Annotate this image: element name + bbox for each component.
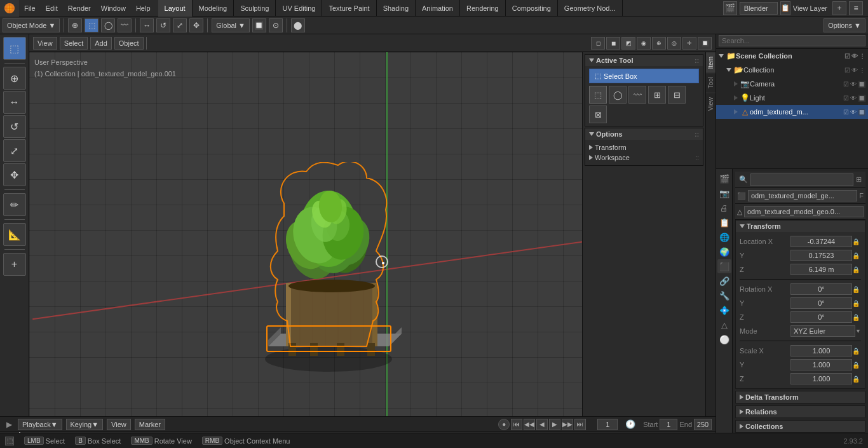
rotate-icon[interactable]: ↺ [156,18,170,32]
collections-header[interactable]: Collections [736,421,865,432]
mode-selector[interactable]: Object Mode ▼ [3,18,60,32]
location-x-lock[interactable]: 🔒 [852,238,861,245]
viewport-shading-solid[interactable]: ◼ [606,37,620,50]
object-name-field[interactable]: odm_textured_model_ge... [748,190,857,201]
coll-eye[interactable]: 👁 [851,67,858,74]
step-forward-btn[interactable]: ▶▶ [562,419,573,430]
rotation-y-lock[interactable]: 🔒 [852,300,861,307]
jump-start-btn[interactable]: ⏮ [511,419,522,430]
tool-grid-all[interactable]: ⊞ [648,86,666,104]
marker-btn[interactable]: Marker [135,419,165,430]
rotation-z-value[interactable]: 0° [790,311,852,323]
rotation-x-value[interactable]: 0° [790,283,852,295]
sc-checkbox[interactable]: ☑ [844,53,850,60]
select-lasso-icon[interactable]: 〰 [118,18,132,32]
start-frame-input[interactable]: 1 [660,419,677,430]
select-box-tool[interactable]: ⬚ [3,37,26,60]
settings-btn[interactable]: ≡ [849,1,863,15]
select-box-tool-btn[interactable]: ⬚ Select Box [589,69,699,83]
tab-layout[interactable]: Layout [158,0,193,17]
play-reverse-btn[interactable]: ◀ [536,419,548,430]
location-y-value[interactable]: 0.17523 [790,250,852,261]
scale-y-value[interactable]: 1.000 [790,359,852,370]
light-eye[interactable]: 👁 [850,95,857,102]
transform-tool[interactable]: ✥ [3,163,26,186]
tool-grid-select[interactable]: ⬚ [589,86,607,104]
prop-shader-icon[interactable]: 💠 [717,303,731,317]
step-back-btn[interactable]: ◀◀ [524,419,535,430]
options-header[interactable]: Options :: [585,128,703,140]
fake-user-icon[interactable]: F [859,192,864,200]
annotate-tool[interactable]: ✏ [3,193,26,216]
tool-grid-deselect[interactable]: ⊠ [589,105,607,123]
tab-tool[interactable]: Tool [706,72,715,92]
prop-constraint-icon[interactable]: 🔗 [717,274,731,288]
rotation-mode-select[interactable]: XYZ Euler [790,325,855,337]
jump-end-btn[interactable]: ⏭ [574,419,586,430]
select-box-icon[interactable]: ⬚ [85,18,98,32]
move-tool[interactable]: ↔ [3,91,26,114]
proportional-icon[interactable]: ⊙ [269,18,283,32]
light-render[interactable]: 🔲 [858,95,865,102]
scale-z-lock[interactable]: 🔒 [852,376,861,383]
global-selector[interactable]: Global ▼ [212,18,250,32]
prop-world-icon[interactable]: 🌍 [717,245,731,259]
light-checkbox[interactable]: ☑ [843,95,849,102]
object-menu-btn[interactable]: Object [114,37,144,50]
select-circle-icon[interactable]: ◯ [101,18,115,32]
cursor-tool[interactable]: ⊕ [3,67,26,90]
scale-x-value[interactable]: 1.000 [790,345,852,356]
prop-data-icon[interactable]: △ [717,318,731,332]
snap-icon[interactable]: 🔲 [252,18,266,32]
odm-checkbox[interactable]: ☑ [843,109,849,116]
scale-z-value[interactable]: 1.000 [790,373,852,384]
cursor-tool-icon[interactable]: ⊕ [68,18,82,32]
prop-scene2-icon[interactable]: 🌐 [717,230,731,244]
tab-compositing[interactable]: Compositing [506,0,558,17]
relations-header[interactable]: Relations [736,406,865,417]
measure-tool[interactable]: 📐 [3,223,26,246]
end-frame-input[interactable]: 250 [694,419,712,430]
viewport-gizmo[interactable]: ✛ [682,37,696,50]
tab-animation[interactable]: Animation [416,0,460,17]
tab-item[interactable]: Item [706,52,715,72]
tab-texture-paint[interactable]: Texture Paint [322,0,376,17]
tab-modeling[interactable]: Modeling [193,0,234,17]
location-y-lock[interactable]: 🔒 [852,252,861,259]
props-expand-icon[interactable]: ⊞ [856,175,862,184]
render-shading-icon[interactable]: ⬤ [291,18,305,32]
odm-eye[interactable]: 👁 [850,109,857,116]
prop-object-icon[interactable]: ⬛ [717,259,731,273]
tab-view[interactable]: View [706,93,715,115]
tool-grid-lasso[interactable]: 〰 [628,86,646,104]
odm-render[interactable]: 🔲 [858,109,865,116]
scale-x-lock[interactable]: 🔒 [852,348,861,355]
rotation-z-lock[interactable]: 🔒 [852,314,861,321]
scale-tool[interactable]: ⤢ [3,139,26,162]
add-object-tool[interactable]: + [3,253,26,276]
transform-row[interactable]: Transform [589,142,699,153]
workspace-row[interactable]: Workspace :: [589,153,699,163]
current-frame-input[interactable]: 1 [597,419,618,430]
viewport-overlays[interactable]: ⊕ [652,37,666,50]
tab-sculpting[interactable]: Sculpting [234,0,276,17]
tab-shading[interactable]: Shading [377,0,416,17]
add-window-btn[interactable]: + [832,1,846,15]
coll-checkbox[interactable]: ☑ [844,67,850,74]
location-z-lock[interactable]: 🔒 [852,266,861,273]
props-search-input[interactable] [750,173,853,186]
coll-more[interactable]: ⋮ [859,67,865,74]
add-menu-btn[interactable]: Add [90,37,112,50]
keying-btn[interactable]: Keying ▼ [66,419,104,430]
prop-renderprop-icon[interactable]: 📷 [717,186,731,200]
viewport-shading-material[interactable]: ◩ [621,37,635,50]
view-menu-btn[interactable]: View [33,37,57,50]
viewport-snap[interactable]: 🔲 [698,37,712,50]
sc-eye[interactable]: 👁 [851,53,858,60]
options-btn[interactable]: Options ▼ [824,18,865,32]
delta-transform-header[interactable]: Delta Transform [736,391,865,403]
cam-checkbox[interactable]: ☑ [843,81,849,88]
cam-eye[interactable]: 👁 [850,81,857,88]
tab-uv-editing[interactable]: UV Editing [276,0,322,17]
tab-geometry-nodes[interactable]: Geometry Nod... [558,0,623,17]
